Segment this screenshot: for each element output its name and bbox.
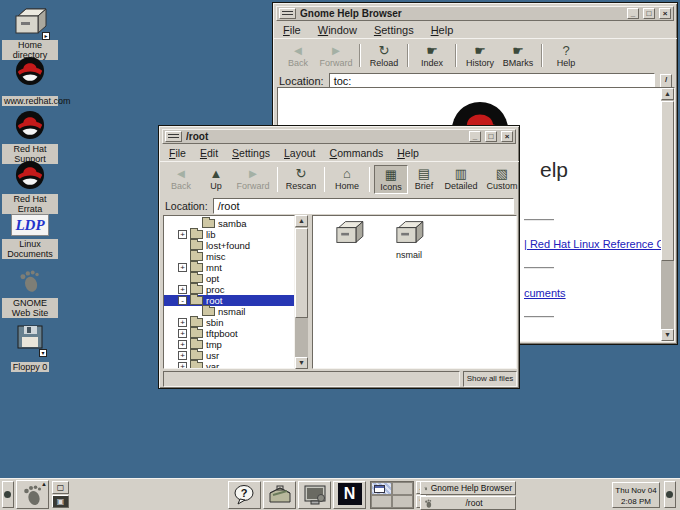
tree-expander[interactable]: + xyxy=(178,263,187,272)
gmc-titlebar[interactable]: /root _ □ × xyxy=(162,129,516,144)
help-launcher[interactable]: ? xyxy=(228,481,261,509)
pager-desktop-3[interactable] xyxy=(371,495,392,508)
gnome-foot-icon xyxy=(17,268,43,294)
pager-desktop-1[interactable] xyxy=(371,482,392,495)
maximize-button[interactable]: □ xyxy=(485,131,497,142)
menu-file[interactable]: File xyxy=(283,24,301,36)
icons-view-button[interactable]: ▦Icons xyxy=(374,165,408,194)
scrollbar-thumb[interactable] xyxy=(295,228,308,318)
back-button[interactable]: ◄Back xyxy=(163,165,199,194)
tree-expander[interactable]: + xyxy=(178,329,187,338)
maximize-button[interactable]: □ xyxy=(643,8,655,19)
tree-item-opt[interactable]: opt xyxy=(164,273,294,284)
tree-expander[interactable]: + xyxy=(178,285,187,294)
location-input[interactable]: /root xyxy=(213,198,514,214)
menu-edit[interactable]: Edit xyxy=(200,147,218,159)
window-menu-icon[interactable] xyxy=(279,8,296,19)
menu-help[interactable]: Help xyxy=(397,147,419,159)
tree-item-tftpboot[interactable]: +tftpboot xyxy=(164,328,294,339)
scrollbar-thumb[interactable] xyxy=(661,101,674,261)
pager-desktop-4[interactable] xyxy=(392,495,413,508)
config-tool-launcher[interactable] xyxy=(263,481,296,509)
tree-item-tmp[interactable]: +tmp xyxy=(164,339,294,350)
desktop-icon-redhat-support[interactable]: Red Hat Support xyxy=(2,110,58,166)
desktop-icon-floppy-0[interactable]: ▾ Floppy 0 xyxy=(2,322,58,374)
brief-view-button[interactable]: ▤Brief xyxy=(408,165,440,194)
mini-applet-bottom-button[interactable]: ▣ xyxy=(52,495,69,508)
tree-item-lost-found[interactable]: lost+found xyxy=(164,240,294,251)
custom-view-button[interactable]: ▧Custom xyxy=(482,165,522,194)
tree-item-usr[interactable]: +usr xyxy=(164,350,294,361)
desktop-icon-www-redhat-com[interactable]: www.redhat.com xyxy=(2,56,58,108)
panel-hide-left-button[interactable] xyxy=(2,481,14,508)
tree-expander[interactable]: + xyxy=(178,230,187,239)
menu-settings[interactable]: Settings xyxy=(232,147,270,159)
forward-button[interactable]: ►Forward xyxy=(233,165,273,194)
minimize-button[interactable]: _ xyxy=(627,8,639,19)
detailed-view-button[interactable]: ▥Detailed xyxy=(440,165,482,194)
task-root-folder[interactable]: /root xyxy=(420,496,516,510)
gnome-foot-icon xyxy=(424,499,433,508)
tree-item-sbin[interactable]: +sbin xyxy=(164,317,294,328)
main-menu-button[interactable]: ▲ xyxy=(16,480,49,509)
index-button[interactable]: ☛Index xyxy=(413,42,451,69)
reload-button[interactable]: ↻Reload xyxy=(365,42,403,69)
tree-expander[interactable]: + xyxy=(178,340,187,349)
tree-item-samba[interactable]: samba xyxy=(164,218,294,229)
rescan-button[interactable]: ↻Rescan xyxy=(282,165,320,194)
scroll-down-icon[interactable]: ▼ xyxy=(295,357,308,369)
scroll-up-icon[interactable]: ▲ xyxy=(295,215,308,227)
tree-expander[interactable]: + xyxy=(178,351,187,360)
menu-commands[interactable]: Commands xyxy=(330,147,384,159)
folder-drawer-icon: ▸ xyxy=(12,6,48,40)
desktop-icon-linux-documents[interactable]: LDP Linux Documents xyxy=(2,214,58,261)
menu-file[interactable]: File xyxy=(169,147,186,159)
tree-item-lib[interactable]: +lib xyxy=(164,229,294,240)
clock-applet[interactable]: Thu Nov 04 2:08 PM xyxy=(612,482,660,508)
tree-item-mnt[interactable]: +mnt xyxy=(164,262,294,273)
home-button[interactable]: ⌂Home xyxy=(329,165,365,194)
menu-layout[interactable]: Layout xyxy=(284,147,316,159)
mini-applet-top-button[interactable]: ▢ xyxy=(52,481,69,494)
tree-item-nsmail[interactable]: nsmail xyxy=(164,306,294,317)
scroll-down-icon[interactable]: ▼ xyxy=(661,329,674,341)
desktop-icon-gnome-web-site[interactable]: GNOME Web Site xyxy=(2,268,58,320)
netscape-launcher[interactable]: N xyxy=(333,481,366,509)
minimize-button[interactable]: _ xyxy=(469,131,481,142)
close-button[interactable]: × xyxy=(659,8,671,19)
tree-expander[interactable]: + xyxy=(178,362,187,369)
help-button[interactable]: ?Help xyxy=(547,42,585,69)
up-button[interactable]: ▲Up xyxy=(199,165,233,194)
tree-vertical-scrollbar[interactable]: ▲ ▼ xyxy=(295,215,308,369)
location-extra-button[interactable]: / xyxy=(660,74,672,88)
terminal-icon xyxy=(302,483,328,507)
desktop-icon-home-directory[interactable]: ▸ Home directory xyxy=(2,6,58,62)
tree-item-root-selected[interactable]: -root xyxy=(164,295,294,306)
reference-guide-link[interactable]: | Red Hat Linux Reference Guide xyxy=(524,238,675,250)
menu-settings[interactable]: Settings xyxy=(374,24,414,36)
help-titlebar[interactable]: Gnome Help Browser _ □ × xyxy=(276,6,674,21)
documents-link[interactable]: cuments xyxy=(524,287,566,299)
menu-help[interactable]: Help xyxy=(431,24,454,36)
pager-desktop-2[interactable] xyxy=(392,482,413,495)
forward-button[interactable]: ►Forward xyxy=(317,42,355,69)
terminal-launcher[interactable] xyxy=(298,481,331,509)
help-vertical-scrollbar[interactable]: ▲ ▼ xyxy=(661,88,674,341)
tree-expander[interactable]: + xyxy=(178,318,187,327)
window-menu-icon[interactable] xyxy=(165,131,182,142)
file-item-folder[interactable] xyxy=(321,219,377,250)
task-gnome-help-browser[interactable]: Gnome Help Browser xyxy=(420,481,516,495)
tree-item-var[interactable]: +var xyxy=(164,361,294,369)
menu-window[interactable]: Window xyxy=(318,24,357,36)
tree-item-misc[interactable]: misc xyxy=(164,251,294,262)
tree-item-proc[interactable]: +proc xyxy=(164,284,294,295)
desktop-icon-redhat-errata[interactable]: Red Hat Errata xyxy=(2,160,58,216)
back-button[interactable]: ◄Back xyxy=(279,42,317,69)
history-button[interactable]: ☛History xyxy=(461,42,499,69)
tree-expander[interactable]: - xyxy=(178,296,187,305)
file-item-nsmail[interactable]: nsmail xyxy=(381,219,437,260)
bmarks-button[interactable]: ☛BMarks xyxy=(499,42,537,69)
scroll-up-icon[interactable]: ▲ xyxy=(661,88,674,100)
close-button[interactable]: × xyxy=(501,131,513,142)
panel-hide-right-button[interactable] xyxy=(664,481,676,508)
